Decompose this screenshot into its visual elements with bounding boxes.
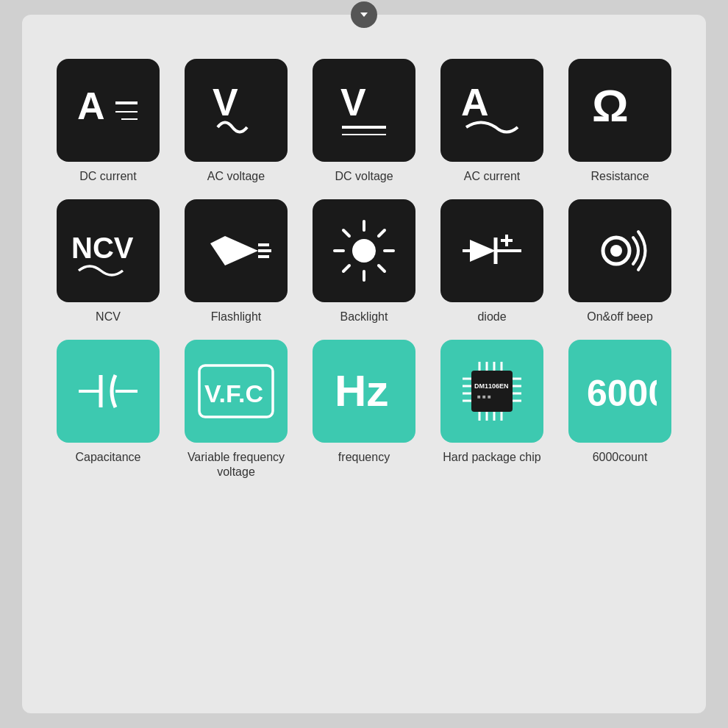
label-6000count: 6000count xyxy=(593,450,648,465)
feature-dc-voltage: V DC voltage xyxy=(307,59,421,185)
icon-box-ncv: NCV xyxy=(57,199,160,302)
icon-box-backlight xyxy=(313,199,415,302)
label-ac-voltage: AC voltage xyxy=(207,169,265,185)
svg-rect-38 xyxy=(471,371,513,412)
svg-line-23 xyxy=(343,265,349,271)
icon-box-dc-current: A xyxy=(57,59,160,162)
features-grid: A DC current V AC voltage V xyxy=(51,59,677,480)
feature-beep: On&off beep xyxy=(563,199,677,325)
feature-vfc: V.F.C Variable frequency voltage xyxy=(179,340,293,481)
icon-box-resistance: Ω xyxy=(568,59,671,162)
svg-text:■ ■ ■: ■ ■ ■ xyxy=(477,393,491,400)
feature-6000count: 6000 6000count xyxy=(563,340,677,481)
svg-text:V.F.C: V.F.C xyxy=(204,379,263,407)
svg-text:A: A xyxy=(77,85,105,127)
feature-backlight: Backlight xyxy=(307,199,421,325)
svg-point-31 xyxy=(610,245,622,257)
svg-line-20 xyxy=(343,230,349,236)
svg-text:Ω: Ω xyxy=(592,80,629,131)
icon-box-beep xyxy=(568,199,671,302)
icon-box-chip: DM1106EN ■ ■ ■ xyxy=(440,340,543,443)
feature-ncv: NCV NCV xyxy=(51,199,165,325)
feature-frequency: Hz frequency xyxy=(307,340,421,481)
icon-box-vfc: V.F.C xyxy=(185,340,288,443)
svg-line-22 xyxy=(379,230,385,236)
feature-chip: DM1106EN ■ ■ ■ xyxy=(435,340,549,481)
label-ncv: NCV xyxy=(96,310,121,325)
label-dc-voltage: DC voltage xyxy=(335,169,393,185)
icon-box-frequency: Hz xyxy=(313,340,415,443)
feature-diode: diode xyxy=(435,199,549,325)
label-ac-current: AC current xyxy=(464,169,520,185)
icon-box-capacitance xyxy=(57,340,160,443)
label-diode: diode xyxy=(477,310,506,325)
icon-box-dc-voltage: V xyxy=(313,59,415,162)
svg-line-21 xyxy=(379,265,385,271)
main-card: A DC current V AC voltage V xyxy=(22,15,706,713)
label-beep: On&off beep xyxy=(587,310,653,325)
svg-text:V: V xyxy=(213,81,238,124)
feature-ac-voltage: V AC voltage xyxy=(179,59,293,185)
label-frequency: frequency xyxy=(338,450,390,465)
label-capacitance: Capacitance xyxy=(76,450,141,465)
icon-box-diode xyxy=(440,199,543,302)
svg-text:6000: 6000 xyxy=(587,373,657,414)
svg-text:V: V xyxy=(340,81,366,124)
svg-point-15 xyxy=(352,239,376,263)
feature-flashlight: Flashlight xyxy=(179,199,293,325)
svg-marker-24 xyxy=(470,240,496,262)
icon-box-ac-current: A xyxy=(440,59,543,162)
label-dc-current: DC current xyxy=(79,169,136,185)
svg-text:NCV: NCV xyxy=(71,232,134,264)
label-chip: Hard package chip xyxy=(443,450,540,465)
svg-marker-11 xyxy=(210,236,258,265)
icon-box-ac-voltage: V xyxy=(185,59,288,162)
svg-text:Hz: Hz xyxy=(335,366,388,415)
feature-resistance: Ω Resistance xyxy=(563,59,677,185)
label-backlight: Backlight xyxy=(340,310,388,325)
svg-text:A: A xyxy=(461,81,489,124)
feature-ac-current: A AC current xyxy=(435,59,549,185)
feature-dc-current: A DC current xyxy=(51,59,165,185)
label-flashlight: Flashlight xyxy=(211,310,261,325)
svg-text:DM1106EN: DM1106EN xyxy=(474,382,509,390)
label-resistance: Resistance xyxy=(590,169,649,185)
label-vfc: Variable frequency voltage xyxy=(179,450,293,481)
feature-capacitance: Capacitance xyxy=(51,340,165,481)
icon-box-flashlight xyxy=(185,199,288,302)
top-arrow-indicator xyxy=(351,1,377,28)
icon-box-6000count: 6000 xyxy=(568,340,671,443)
